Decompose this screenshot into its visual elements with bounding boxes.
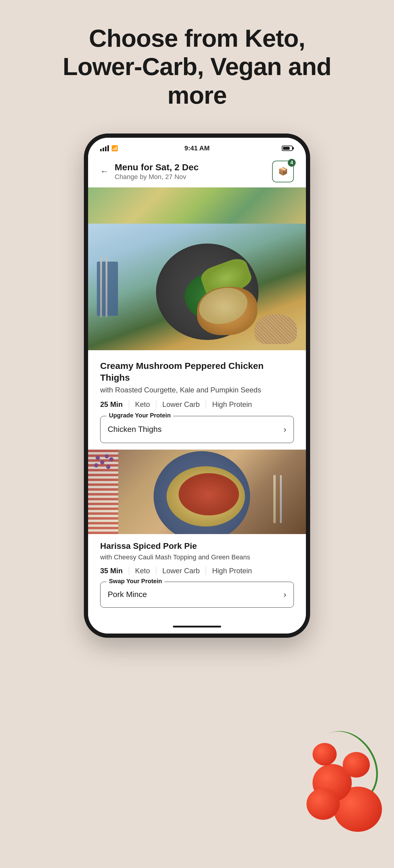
tomato-3	[307, 788, 340, 820]
featured-meal-time: 25 Min	[100, 400, 129, 409]
featured-meal-tags: 25 Min Keto Lower Carb High Protein	[100, 400, 294, 409]
swap-value: Pork Mince	[108, 590, 147, 599]
tomatoes-decoration	[298, 730, 394, 850]
flowers-decoration	[91, 453, 115, 477]
second-meal-title: Harissa Spiced Pork Pie	[100, 541, 294, 551]
featured-meal-image	[88, 224, 306, 350]
second-fork-icon	[280, 475, 282, 523]
flower-5	[106, 465, 110, 469]
upgrade-protein-box[interactable]: Upgrade Your Protein Chicken Thighs ›	[100, 416, 294, 443]
second-meal-card: Harissa Spiced Pork Pie with Cheesy Caul…	[88, 450, 306, 621]
swap-chevron-right-icon: ›	[284, 590, 286, 599]
featured-meal-subtitle: with Roasted Courgette, Kale and Pumpkin…	[100, 386, 294, 394]
nav-title-block: Menu for Sat, 2 Dec Change by Mon, 27 No…	[109, 162, 272, 181]
signal-bar-2	[103, 148, 104, 151]
status-left: 📶	[100, 145, 118, 152]
box-badge: 4	[288, 159, 296, 167]
upgrade-protein-label: Upgrade Your Protein	[107, 412, 173, 419]
back-arrow-icon: ←	[100, 167, 109, 176]
nav-title: Menu for Sat, 2 Dec	[115, 162, 272, 173]
partial-meal-image	[88, 187, 306, 224]
home-indicator	[88, 621, 306, 633]
second-knife-icon	[273, 475, 276, 523]
featured-card-info: Creamy Mushroom Peppered Chicken Thighs …	[88, 350, 306, 449]
tomato-4	[343, 752, 370, 778]
page-wrapper: Choose from Keto, Lower-Carb, Vegan and …	[0, 0, 394, 868]
status-bar: 📶 9:41 AM	[88, 138, 306, 156]
battery-tip	[293, 147, 294, 150]
plate	[156, 244, 258, 340]
tag-lower-carb: Lower Carb	[162, 400, 206, 409]
pork-pie-topping	[167, 466, 245, 527]
signal-bar-4	[107, 145, 109, 151]
knife-icon	[106, 257, 107, 317]
flower-2	[100, 460, 104, 464]
nav-bar: ← Menu for Sat, 2 Dec Change by Mon, 27 …	[88, 156, 306, 187]
battery-body	[282, 146, 293, 151]
pork-pie-plate	[153, 451, 250, 534]
pork-pie-filling	[178, 473, 239, 516]
fork-icon	[100, 257, 102, 317]
second-meal-subtitle: with Cheesy Cauli Mash Topping and Green…	[100, 553, 294, 561]
upgrade-protein-row[interactable]: Chicken Thighs ›	[101, 416, 293, 443]
battery-icon	[282, 146, 294, 151]
second-tag-lower-carb: Lower Carb	[162, 567, 206, 575]
second-card-info: Harissa Spiced Pork Pie with Cheesy Caul…	[88, 534, 306, 621]
signal-bar-1	[100, 149, 102, 151]
box-icon: 📦	[278, 167, 288, 176]
featured-meal-card: Creamy Mushroom Peppered Chicken Thighs …	[88, 224, 306, 449]
swap-protein-box[interactable]: Swap Your Protein Pork Mince ›	[100, 582, 294, 608]
protein-value: Chicken Thighs	[108, 425, 162, 434]
tomato-5	[313, 743, 337, 766]
partial-meal-card	[88, 187, 306, 224]
second-meal-tags: 35 Min Keto Lower Carb High Protein	[100, 567, 294, 575]
second-tag-keto: Keto	[135, 567, 156, 575]
status-time: 9:41 AM	[184, 144, 210, 152]
box-icon-button[interactable]: 📦 4	[272, 161, 294, 182]
signal-bars-icon	[100, 145, 109, 151]
signal-bar-3	[105, 147, 107, 151]
basket-decoration	[255, 314, 297, 344]
back-button[interactable]: ←	[100, 167, 109, 176]
tag-keto: Keto	[135, 400, 156, 409]
second-meal-time: 35 Min	[100, 567, 129, 575]
tag-high-protein: High Protein	[212, 400, 252, 409]
nav-subtitle: Change by Mon, 27 Nov	[115, 173, 272, 181]
wifi-icon: 📶	[111, 145, 118, 152]
featured-meal-title: Creamy Mushroom Peppered Chicken Thighs	[100, 360, 294, 383]
flower-4	[94, 463, 98, 467]
second-food-scene	[88, 450, 306, 534]
phone-frame: 📶 9:41 AM ← Menu for Sat, 2 Dec Change b…	[84, 133, 310, 638]
home-bar	[173, 626, 221, 627]
chevron-right-icon: ›	[284, 425, 286, 434]
food-scene	[88, 224, 306, 350]
flower-6	[109, 457, 113, 461]
battery-fill	[283, 147, 290, 150]
swap-protein-label: Swap Your Protein	[107, 578, 164, 585]
second-tag-high-protein: High Protein	[212, 567, 252, 575]
flower-1	[96, 456, 100, 460]
fork-knife-decoration	[100, 257, 107, 317]
swap-protein-row[interactable]: Pork Mince ›	[101, 582, 293, 607]
page-headline: Choose from Keto, Lower-Carb, Vegan and …	[61, 24, 333, 110]
flower-3	[105, 454, 109, 458]
second-meal-image	[88, 450, 306, 534]
